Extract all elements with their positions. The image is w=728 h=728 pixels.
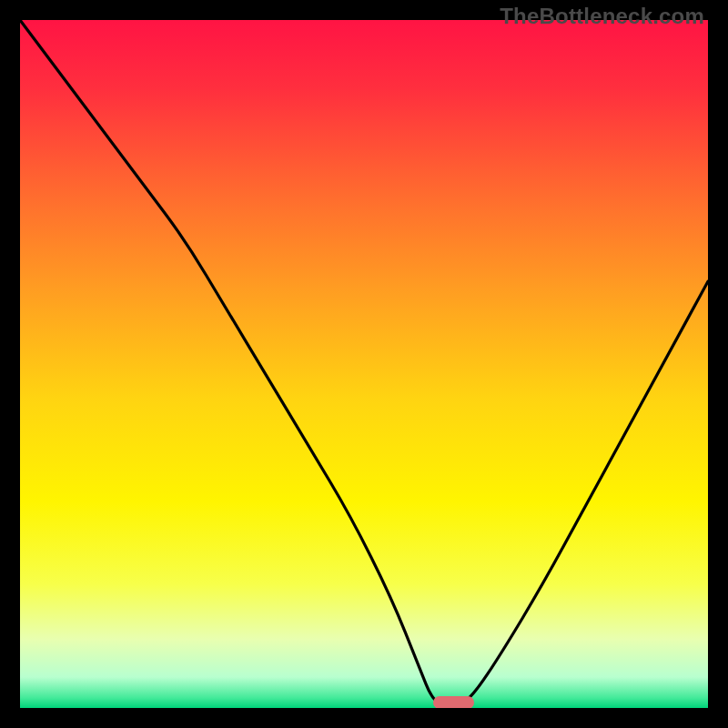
bottleneck-curve — [20, 20, 708, 708]
plot-area — [20, 20, 708, 708]
optimal-marker — [433, 696, 474, 708]
chart-frame: TheBottleneck.com — [0, 0, 728, 728]
watermark-text: TheBottleneck.com — [500, 4, 704, 29]
